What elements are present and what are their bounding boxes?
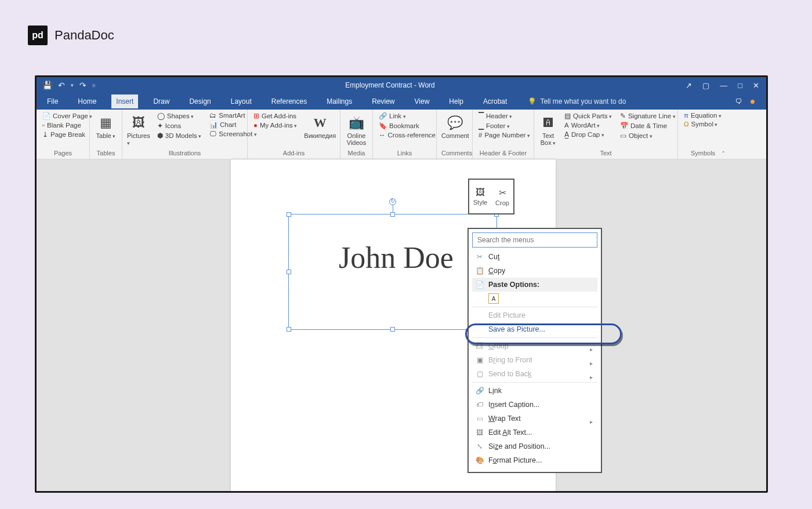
ctx-bring-to-front: ▣Bring to Front	[472, 353, 597, 367]
tell-me[interactable]: 💡 Tell me what you want to do	[528, 97, 626, 106]
document-canvas[interactable]: John Doe 🖼 Style ✂ Crop	[37, 159, 766, 491]
quick-parts-button[interactable]: ▤Quick Parts	[563, 112, 613, 120]
group-text: 🅰 Text Box ▤Quick Parts AWordArt A̲Drop …	[534, 110, 678, 159]
table-button[interactable]: ▦ Table	[95, 112, 117, 139]
drop-cap-icon: A̲	[564, 130, 569, 139]
tab-mailings[interactable]: Mailings	[322, 94, 357, 108]
header-icon: ▔	[478, 112, 484, 120]
tab-acrobat[interactable]: Acrobat	[478, 94, 512, 108]
link-button[interactable]: 🔗Link	[378, 112, 437, 120]
comments-icon[interactable]: 🗨	[735, 97, 742, 106]
handle-top-left[interactable]	[287, 212, 291, 217]
context-menu: ✂Cut 📋Copy 📄Paste Options: A Edit Pictur…	[467, 228, 602, 473]
ctx-format-picture[interactable]: 🎨Format Picture...	[472, 453, 597, 467]
paste-icon: 📄	[476, 281, 484, 289]
page-break-button[interactable]: ⤓Page Break	[41, 130, 93, 139]
style-button[interactable]: 🖼 Style	[469, 180, 491, 213]
ctx-size-position[interactable]: ⤡Size and Position...	[472, 439, 597, 453]
signature-line-button[interactable]: ✎Signature Line	[619, 112, 677, 120]
context-search-input[interactable]	[472, 232, 597, 248]
cover-page-button[interactable]: 📄Cover Page	[41, 112, 93, 120]
handle-mid-left[interactable]	[287, 270, 291, 274]
paste-text-icon: A	[488, 293, 499, 304]
ctx-wrap-text[interactable]: ▭Wrap Text	[472, 412, 597, 426]
screenshot-icon: 🖵	[209, 130, 216, 137]
ctx-save-as-picture[interactable]: Save as Picture...	[472, 322, 597, 336]
rotate-handle-icon[interactable]	[389, 198, 396, 205]
style-icon: 🖼	[476, 187, 485, 198]
notification-dot-icon[interactable]	[751, 100, 755, 104]
qat-customize-icon[interactable]: ≡	[92, 82, 96, 89]
minimize-icon[interactable]: —	[720, 81, 727, 90]
separator	[472, 307, 597, 307]
ctx-copy[interactable]: 📋Copy	[472, 264, 597, 278]
handle-bot-left[interactable]	[287, 327, 291, 332]
signature-icon: ✎	[620, 112, 626, 120]
object-icon: ▭	[620, 132, 626, 140]
ctx-paste-keep-text[interactable]: A	[472, 292, 597, 306]
bookmark-button[interactable]: 🔖Bookmark	[378, 122, 437, 130]
group-addins-label: Add-ins	[252, 150, 335, 158]
comment-button[interactable]: 💬 Comment	[441, 112, 469, 139]
footer-button[interactable]: ▁Footer	[477, 122, 531, 130]
online-videos-button[interactable]: 📺 Online Videos	[345, 112, 368, 146]
redo-icon[interactable]: ↷	[79, 81, 86, 90]
ctx-link[interactable]: 🔗Link	[472, 384, 597, 398]
tab-layout[interactable]: Layout	[226, 94, 256, 108]
get-addins-button[interactable]: ⊞Get Add-ins	[252, 112, 298, 120]
handle-top-mid[interactable]	[390, 212, 395, 217]
date-time-button[interactable]: 📅Date & Time	[619, 122, 677, 130]
pictures-button[interactable]: 🖼 Pictures	[127, 112, 150, 146]
share-icon[interactable]: ↗	[686, 81, 692, 90]
object-button[interactable]: ▭Object	[619, 132, 677, 140]
tab-file[interactable]: File	[42, 94, 63, 108]
my-addins-button[interactable]: ●My Add-ins	[252, 122, 298, 129]
tab-design[interactable]: Design	[184, 94, 215, 108]
menubar: File Home Insert Draw Design Layout Refe…	[37, 93, 766, 110]
cube-icon: ⬢	[157, 132, 163, 140]
undo-dropdown-icon[interactable]: ▾	[71, 82, 74, 88]
ctx-insert-caption[interactable]: 🏷Insert Caption...	[472, 398, 597, 412]
blank-page-button[interactable]: ▫Blank Page	[41, 122, 93, 129]
handle-bot-mid[interactable]	[390, 327, 395, 332]
tab-references[interactable]: References	[267, 94, 311, 108]
3d-models-button[interactable]: ⬢3D Models	[156, 132, 202, 140]
wordart-icon: A	[564, 122, 569, 129]
symbol-button[interactable]: ΩSymbol	[683, 121, 723, 128]
text-box-button[interactable]: 🅰 Text Box	[539, 112, 557, 147]
header-button[interactable]: ▔Header	[477, 112, 531, 120]
shapes-button[interactable]: ◯Shapes	[156, 112, 202, 120]
tab-insert[interactable]: Insert	[111, 94, 138, 108]
wikipedia-button[interactable]: W Википедия	[304, 112, 336, 139]
video-icon: 📺	[347, 114, 366, 132]
collapse-ribbon-icon[interactable]: ⌃	[721, 150, 726, 157]
ctx-cut[interactable]: ✂Cut	[472, 250, 597, 264]
wordart-button[interactable]: AWordArt	[563, 122, 613, 129]
tab-view[interactable]: View	[410, 94, 434, 108]
drop-cap-button[interactable]: A̲Drop Cap	[563, 130, 613, 139]
save-icon[interactable]: 💾	[42, 81, 52, 90]
page-number-button[interactable]: #Page Number	[477, 132, 531, 139]
tab-home[interactable]: Home	[73, 94, 101, 108]
icons-button[interactable]: ✦Icons	[156, 122, 202, 130]
rotate-stem	[393, 205, 393, 212]
cross-reference-button[interactable]: ↔Cross-reference	[378, 132, 437, 139]
crop-button[interactable]: ✂ Crop	[491, 180, 513, 213]
tab-help[interactable]: Help	[444, 94, 468, 108]
ribbon-display-icon[interactable]: ▢	[702, 81, 709, 90]
group-symbols-label: Symbols	[683, 150, 723, 158]
my-addins-icon: ●	[253, 122, 258, 129]
tab-draw[interactable]: Draw	[148, 94, 174, 108]
equation-button[interactable]: πEquation	[683, 112, 723, 119]
selection-box[interactable]	[288, 214, 497, 330]
undo-icon[interactable]: ↶	[58, 81, 65, 90]
text-box-icon: 🅰	[539, 114, 557, 132]
tab-review[interactable]: Review	[367, 94, 399, 108]
send-back-icon: ▢	[476, 370, 484, 378]
window-title: Employment Contract - Word	[102, 81, 679, 89]
mini-toolbar: 🖼 Style ✂ Crop	[468, 179, 514, 214]
page-break-icon: ⤓	[42, 130, 48, 139]
close-icon[interactable]: ✕	[753, 81, 759, 90]
maximize-icon[interactable]: □	[738, 81, 742, 90]
ctx-edit-alt-text[interactable]: 🖼Edit Alt Text...	[472, 426, 597, 439]
